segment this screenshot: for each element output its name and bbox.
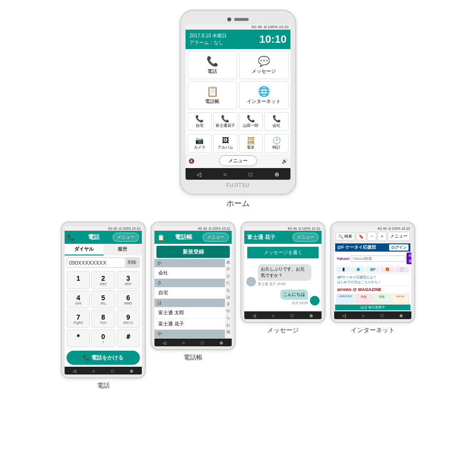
key-6[interactable]: 6MNO	[117, 290, 140, 308]
internet-bookmark-btn[interactable]: 🔖	[356, 233, 366, 240]
contacts-items-list: か 会社 さ 自宅 は 富士通 太郎 富士通 花子 や	[154, 259, 225, 339]
internet-search-box[interactable]: 🔍 検索	[336, 232, 355, 240]
internet-zoom-out-btn[interactable]: －	[367, 232, 376, 241]
app-clock[interactable]: 🕐 時計	[264, 134, 289, 153]
main-phone-top-bar	[186, 17, 290, 21]
internet-menu-btn[interactable]: メニュー	[388, 232, 410, 241]
message-search-icon[interactable]: ⊕	[309, 313, 313, 318]
inet-icon-3[interactable]: @F	[366, 267, 379, 272]
yahoo-search-btn[interactable]: 検索	[407, 253, 411, 264]
product-4[interactable]: Hands	[391, 294, 409, 304]
inet-icon-5[interactable]: 📋	[395, 267, 409, 272]
internet-back-icon[interactable]: ◁	[342, 313, 346, 318]
key-8[interactable]: 8TUV	[91, 310, 115, 328]
message-write-button[interactable]: メッセージを書く	[246, 246, 320, 259]
section-sa: さ	[154, 279, 225, 288]
contact-jitaku[interactable]: 自宅	[154, 288, 225, 299]
tab-dial[interactable]: ダイヤル	[65, 244, 103, 255]
inet-icon-2[interactable]: 🔷	[351, 267, 365, 272]
alpha-ha[interactable]: は	[226, 294, 230, 301]
key-0[interactable]: 0+	[91, 329, 115, 347]
internet-phone-wrap: 4G 46 .ill 100% 10:10 🔍 検索 🔖 － ＋ メニュー	[330, 221, 415, 390]
home-cell-message[interactable]: 💬 メッセージ	[239, 51, 289, 79]
app-calc[interactable]: 🧮 電卓	[239, 134, 263, 153]
internet-update-bar: ほぼ 毎日更新中	[335, 305, 410, 310]
inet-icon-4[interactable]: 🎁	[381, 267, 394, 272]
app-camera[interactable]: 📷 カメラ	[187, 134, 212, 153]
alpha-ya[interactable]: や	[226, 308, 230, 315]
home-cell-internet[interactable]: 🌐 インターネット	[239, 81, 289, 109]
speaker-bar	[234, 18, 249, 21]
alpha-ta[interactable]: た	[226, 280, 230, 287]
contacts-menu-button[interactable]: メニュー	[203, 233, 229, 242]
internet-zoom-in-btn[interactable]: ＋	[377, 232, 387, 241]
key-7[interactable]: 7PQRS	[67, 310, 90, 328]
message-back-icon[interactable]: ◁	[253, 313, 256, 318]
internet-login-btn[interactable]: ログイン	[389, 244, 408, 251]
internet-recent-icon[interactable]: □	[381, 313, 383, 318]
contact-kaisha[interactable]: 会社	[154, 268, 225, 279]
key-hash[interactable]: ＃	[117, 329, 140, 347]
recent-nav-icon[interactable]: □	[249, 171, 252, 178]
speed-dial-yamada[interactable]: 📞 山田一郎	[239, 112, 263, 131]
inet-icon-1[interactable]: 📱	[337, 267, 350, 272]
key-3[interactable]: 3DEF	[117, 271, 140, 289]
product-2[interactable]: 特集	[355, 294, 373, 304]
back-nav-icon[interactable]: ◁	[197, 171, 201, 178]
tab-history[interactable]: 履歴	[103, 244, 142, 255]
key-1[interactable]: 1	[67, 271, 90, 289]
product-3[interactable]: 情報	[374, 294, 391, 304]
alpha-a[interactable]: あ	[226, 259, 230, 266]
home-cell-phone[interactable]: 📞 電話	[187, 51, 237, 79]
app-album[interactable]: 🖼 アルバム	[213, 134, 238, 153]
alpha-other[interactable]: 他	[226, 329, 230, 336]
search-nav-icon[interactable]: ⊕	[274, 171, 279, 178]
home-cell-contacts[interactable]: 📋 電話帳	[187, 81, 237, 109]
speed-dial-hanako[interactable]: 📞 富士通花子	[213, 112, 238, 131]
internet-home-icon[interactable]: ○	[362, 313, 364, 318]
dial-recent-icon[interactable]: □	[111, 369, 114, 374]
contacts-back-icon[interactable]: ◁	[163, 340, 166, 345]
dial-search-icon[interactable]: ⊕	[130, 369, 134, 374]
brand-label: FUJITSU	[186, 183, 290, 188]
contacts-new-button[interactable]: 新規登録	[156, 246, 230, 258]
message-home-icon[interactable]: ○	[272, 313, 274, 318]
yahoo-search-input[interactable]	[351, 255, 406, 262]
message-status-bar: 4G 46 .ill 100% 10:10	[244, 226, 322, 231]
speed-dial-company[interactable]: 📞 会社	[264, 112, 289, 131]
alpha-wa[interactable]: わ	[226, 322, 230, 329]
contacts-home-icon[interactable]: ○	[182, 340, 185, 345]
dial-delete-button[interactable]: 削除	[125, 258, 139, 267]
internet-phone-body: 4G 46 .ill 100% 10:10 🔍 検索 🔖 － ＋ メニュー	[330, 221, 415, 323]
alpha-sa[interactable]: さ	[226, 273, 230, 280]
key-2[interactable]: 2ABC	[91, 271, 115, 289]
dial-back-icon[interactable]: ◁	[73, 369, 76, 374]
dial-home-icon[interactable]: ○	[92, 369, 95, 374]
alpha-na[interactable]: な	[226, 287, 230, 294]
internet-product-row: ARROWS 特集 情報 Hands	[335, 293, 410, 305]
home-menu-button[interactable]: メニュー	[219, 155, 257, 166]
message-menu-button[interactable]: メニュー	[292, 233, 319, 242]
contact-fujitsu-hanako[interactable]: 富士通 花子	[154, 319, 225, 330]
contacts-search-icon[interactable]: ⊕	[220, 340, 223, 345]
internet-search-icon[interactable]: ⊕	[399, 313, 403, 318]
phone-hanako-icon: 📞	[221, 115, 229, 122]
alpha-ka[interactable]: か	[226, 266, 230, 272]
key-4[interactable]: 4GHI	[67, 290, 90, 308]
yahoo-search-row: Yahoo! 検索	[335, 252, 410, 266]
alpha-ma[interactable]: ま	[226, 301, 230, 307]
key-9[interactable]: 9WXYZ	[117, 310, 140, 328]
dial-menu-button[interactable]: メニュー	[113, 233, 139, 242]
contact-fujitsu-taro[interactable]: 富士通 太郎	[154, 307, 225, 319]
alpha-ra[interactable]: ら	[226, 315, 230, 322]
contacts-list: か 会社 さ 自宅 は 富士通 太郎 富士通 花子 や あ か さ た	[154, 259, 232, 339]
main-status-bar: 4G 46 .ill 100% 10:10	[186, 24, 290, 30]
dial-call-button[interactable]: 📞 電話をかける	[67, 351, 140, 365]
home-nav-icon[interactable]: ○	[223, 171, 226, 178]
product-1[interactable]: ARROWS	[337, 294, 354, 304]
contacts-recent-icon[interactable]: □	[201, 340, 204, 345]
speed-dial-home[interactable]: 📞 自宅	[187, 112, 212, 131]
key-5[interactable]: 5JKL	[91, 290, 115, 308]
key-star[interactable]: ＊	[67, 329, 90, 347]
message-recent-icon[interactable]: □	[291, 313, 293, 318]
